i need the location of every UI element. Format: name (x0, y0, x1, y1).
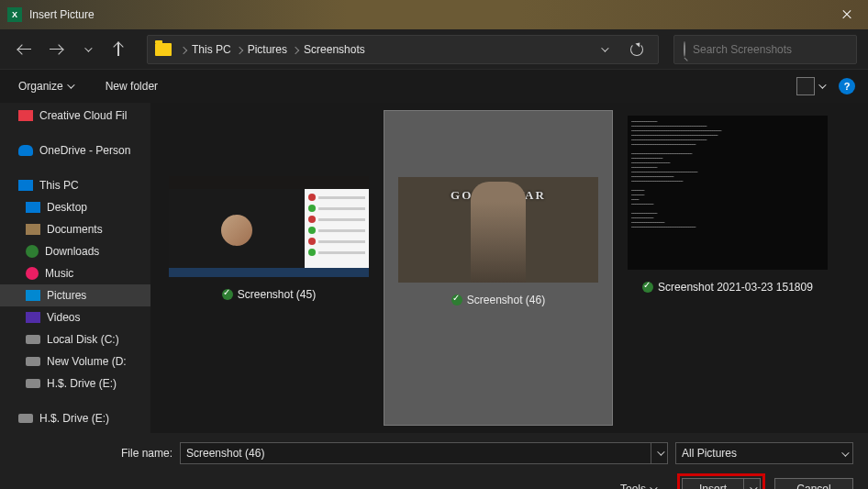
organize-label: Organize (18, 80, 63, 93)
filename-label: File name: (117, 447, 172, 460)
sidebar-label: Desktop (47, 201, 87, 214)
sidebar-label: New Volume (D: (47, 355, 127, 368)
view-icon (796, 77, 815, 95)
search-input[interactable] (673, 35, 857, 64)
view-button[interactable] (796, 77, 824, 95)
sidebar-item-creativecloud[interactable]: Creative Cloud Fil (0, 105, 150, 127)
breadcrumb-screenshots[interactable]: Screenshots (300, 43, 369, 56)
toolbar: Organize New folder ? (0, 70, 868, 103)
sidebar-item-documents[interactable]: Documents (0, 218, 150, 240)
file-name: Screenshot (45) (238, 288, 316, 301)
chevron-right-icon (235, 47, 242, 54)
refresh-button[interactable] (623, 36, 651, 63)
insert-button[interactable]: Insert (682, 478, 761, 489)
tools-label: Tools (620, 483, 646, 489)
chevron-down-icon (650, 483, 657, 489)
new-folder-label: New folder (106, 80, 158, 93)
back-button[interactable] (11, 36, 39, 63)
thumbnail-image (169, 176, 369, 277)
refresh-icon (630, 43, 643, 56)
sidebar-item-localdisk-c[interactable]: Local Disk (C:) (0, 328, 150, 350)
sidebar-item-music[interactable]: Music (0, 262, 150, 284)
sidebar-item-downloads[interactable]: Downloads (0, 240, 150, 262)
thumbnail-image: GOD OF WAR (398, 177, 598, 283)
help-button[interactable]: ? (839, 78, 855, 94)
pictures-icon (26, 290, 40, 301)
chevron-down-icon (67, 81, 74, 88)
desktop-icon (26, 202, 40, 213)
filename-field[interactable] (181, 447, 651, 460)
recent-button[interactable] (73, 36, 101, 63)
disk-icon (18, 414, 33, 423)
sync-icon (222, 289, 233, 300)
disk-icon (26, 379, 40, 388)
up-icon (117, 43, 119, 56)
file-item[interactable]: GOD OF WAR Screenshot (46) (384, 110, 613, 426)
sidebar-item-videos[interactable]: Videos (0, 306, 150, 328)
creativecloud-icon (18, 110, 33, 121)
downloads-icon (26, 245, 39, 258)
sidebar-label: Pictures (47, 289, 86, 302)
back-icon (18, 49, 31, 50)
organize-menu[interactable]: Organize (13, 76, 78, 96)
up-button[interactable] (105, 36, 132, 63)
file-item[interactable]: Screenshot (45) (154, 110, 384, 426)
sidebar-label: H.$. Drive (E:) (39, 412, 109, 425)
insert-label: Insert (699, 483, 727, 489)
forward-icon (50, 49, 62, 50)
documents-icon (26, 224, 40, 235)
chevron-right-icon (292, 47, 299, 54)
close-button[interactable] (826, 0, 868, 29)
sidebar-item-hsdrive-e2[interactable]: H.$. Drive (E:) (0, 407, 150, 429)
sidebar-label: H.$. Drive (E:) (47, 377, 117, 390)
chevron-right-icon (180, 47, 187, 54)
cancel-button[interactable]: Cancel (774, 478, 853, 489)
sidebar: Creative Cloud Fil OneDrive - Person Thi… (0, 103, 150, 433)
chevron-down-icon (841, 449, 849, 456)
chevron-down-icon (818, 81, 826, 88)
title-bar: X Insert Picture (0, 0, 868, 29)
sync-icon (642, 282, 653, 293)
breadcrumb-pictures[interactable]: Pictures (244, 43, 291, 56)
sidebar-label: This PC (39, 179, 79, 192)
sidebar-item-thispc[interactable]: This PC (0, 174, 150, 196)
sidebar-item-onedrive[interactable]: OneDrive - Person (0, 139, 150, 161)
disk-icon (26, 335, 40, 344)
file-name: Screenshot 2021-03-23 151809 (658, 281, 813, 294)
chevron-down-icon (84, 44, 92, 51)
thumbnail-image: ━━━━━━━━━━━━━━━━━━━━━━━━━━━━━━━━━━━━━━━━… (628, 116, 828, 270)
window-title: Insert Picture (29, 8, 826, 21)
onedrive-icon (18, 145, 33, 156)
cancel-label: Cancel (796, 483, 830, 489)
sidebar-label: Local Disk (C:) (47, 333, 119, 346)
sidebar-label: Videos (47, 311, 80, 324)
sync-icon (451, 295, 462, 306)
folder-icon (155, 43, 172, 56)
pc-icon (18, 180, 33, 191)
filetype-filter[interactable]: All Pictures (675, 442, 853, 464)
sidebar-item-pictures[interactable]: Pictures (0, 284, 150, 306)
sidebar-item-hsdrive-e[interactable]: H.$. Drive (E:) (0, 372, 150, 395)
insert-highlight: Insert (677, 473, 765, 489)
chevron-down-icon (601, 44, 608, 51)
tools-menu[interactable]: Tools (620, 483, 655, 489)
sidebar-label: Documents (47, 223, 103, 236)
new-folder-button[interactable]: New folder (100, 76, 163, 96)
close-icon (841, 9, 852, 20)
filter-label: All Pictures (682, 447, 737, 460)
address-bar[interactable]: This PC Pictures Screenshots (147, 35, 659, 64)
search-field[interactable] (693, 43, 847, 56)
sidebar-item-desktop[interactable]: Desktop (0, 196, 150, 218)
file-name: Screenshot (46) (467, 294, 545, 306)
address-dropdown[interactable] (590, 36, 618, 63)
sidebar-label: Creative Cloud Fil (39, 109, 127, 122)
filename-dropdown[interactable] (651, 443, 667, 463)
insert-dropdown[interactable] (743, 479, 760, 489)
filename-input[interactable] (180, 442, 668, 464)
forward-button[interactable] (42, 36, 70, 63)
file-item[interactable]: ━━━━━━━━━━━━━━━━━━━━━━━━━━━━━━━━━━━━━━━━… (613, 110, 842, 426)
disk-icon (26, 357, 40, 366)
sidebar-item-newvolume-d[interactable]: New Volume (D: (0, 350, 150, 372)
breadcrumb-thispc[interactable]: This PC (188, 43, 235, 56)
sidebar-label: OneDrive - Person (39, 144, 130, 157)
